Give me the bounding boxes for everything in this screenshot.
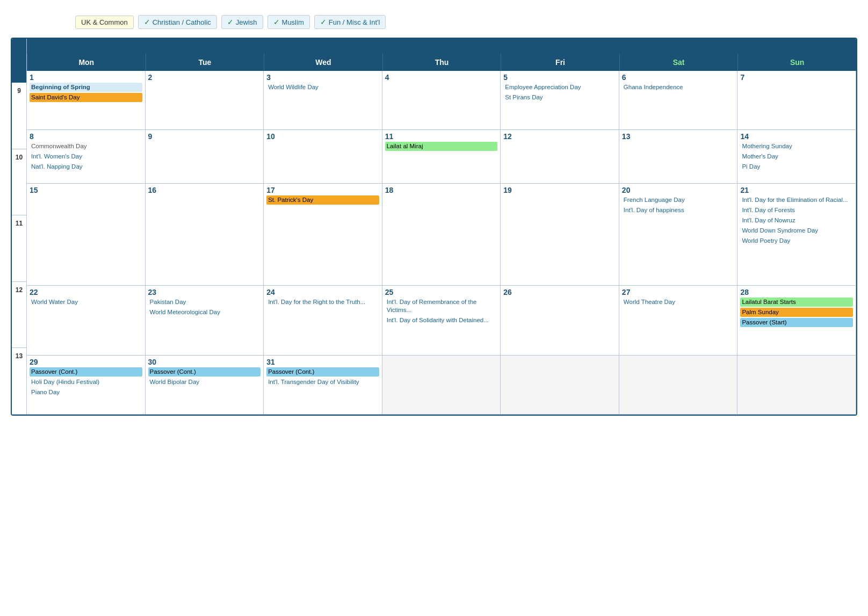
day-cell-26: 26: [501, 286, 619, 356]
day-number: 25: [385, 288, 498, 296]
day-cell-7: 7: [737, 71, 856, 130]
week-number-10: 10: [12, 149, 26, 216]
day-cell-empty: [382, 356, 501, 415]
day-header-sat: Sat: [619, 54, 738, 71]
week-number-9: 9: [12, 83, 26, 149]
filter-jewish[interactable]: ✓Jewish: [221, 15, 263, 29]
event: St Pirans Day: [503, 93, 616, 102]
week-row-10: 8Commonwealth DayInt'l. Women's DayNat'l…: [27, 130, 856, 184]
event: Int'l. Transgender Day of Visibility: [266, 378, 379, 387]
day-cell-30: 30Passover (Cont.)World Bipolar Day: [146, 356, 264, 415]
day-header-tue: Tue: [146, 54, 264, 71]
event: Holi Day (Hindu Festival): [30, 378, 142, 387]
day-number: 18: [385, 186, 498, 194]
week-row-11: 151617St. Patrick's Day181920French Lang…: [27, 184, 856, 286]
event: Passover (Cont.): [266, 367, 379, 376]
day-number: 14: [740, 132, 853, 141]
filter-uk[interactable]: UK & Common: [75, 16, 134, 29]
event: Saint David's Day: [30, 93, 142, 102]
day-header-fri: Fri: [501, 54, 619, 71]
day-cell-27: 27World Theatre Day: [619, 286, 738, 356]
event: Int'l. Day of Nowruz: [740, 216, 853, 225]
filter-bar: UK & Common✓Christian / Catholic✓Jewish✓…: [75, 15, 857, 29]
day-cell-3: 3World Wildlife Day: [264, 71, 382, 130]
day-headers-row: MonTueWedThuFriSatSun: [27, 54, 856, 71]
day-header-sun: Sun: [737, 54, 856, 71]
event: World Meteorological Day: [148, 308, 261, 317]
event: Commonwealth Day: [30, 142, 142, 151]
event: Employee Appreciation Day: [503, 83, 616, 92]
event: Lailat al Miraj: [385, 142, 498, 151]
event: Int'l. Day for the Elimination of Racial…: [740, 195, 853, 205]
event: World Poetry Day: [740, 236, 853, 245]
event: Passover (Cont.): [30, 367, 142, 376]
event: Palm Sunday: [740, 308, 853, 317]
day-number: 12: [503, 132, 616, 141]
event: Int'l. Women's Day: [30, 152, 142, 161]
day-cell-24: 24Int'l. Day for the Right to the Truth.…: [264, 286, 382, 356]
calendar-wrapper: 910111213 MonTueWedThuFriSatSun 1Beginni…: [11, 38, 857, 416]
day-header-mon: Mon: [27, 54, 146, 71]
filter-fun[interactable]: ✓Fun / Misc & Int'l: [314, 15, 386, 29]
day-number: 23: [148, 288, 261, 296]
day-number: 4: [385, 73, 498, 82]
day-number: 13: [622, 132, 735, 141]
event: World Down Syndrome Day: [740, 226, 853, 235]
day-number: 16: [148, 186, 261, 194]
event: Int'l. Day of Remembrance of the Victims…: [385, 298, 498, 315]
event: Pi Day: [740, 162, 853, 171]
event: World Bipolar Day: [148, 378, 261, 387]
day-header-thu: Thu: [382, 54, 501, 71]
day-cell-9: 9: [146, 130, 264, 184]
day-number: 11: [385, 132, 498, 141]
day-cell-12: 12: [501, 130, 619, 184]
day-number: 19: [503, 186, 616, 194]
day-cell-6: 6Ghana Independence: [619, 71, 738, 130]
calendar-body: 1Beginning of SpringSaint David's Day23W…: [27, 71, 856, 415]
day-cell-empty: [501, 356, 619, 415]
calendar-title: [27, 39, 856, 54]
day-cell-25: 25Int'l. Day of Remembrance of the Victi…: [382, 286, 501, 356]
day-cell-28: 28Lailatul Barat StartsPalm SundayPassov…: [737, 286, 856, 356]
day-cell-1: 1Beginning of SpringSaint David's Day: [27, 71, 146, 130]
event: Mother's Day: [740, 152, 853, 161]
day-cell-15: 15: [27, 184, 146, 286]
day-cell-empty: [737, 356, 856, 415]
day-number: 29: [30, 358, 142, 366]
event: World Water Day: [30, 298, 142, 307]
event: Passover (Cont.): [148, 367, 261, 376]
week-row-13: 29Passover (Cont.)Holi Day (Hindu Festiv…: [27, 356, 856, 415]
event: Pakistan Day: [148, 298, 261, 307]
day-number: 30: [148, 358, 261, 366]
week-number-13: 13: [12, 348, 26, 415]
day-number: 21: [740, 186, 853, 194]
week-number-12: 12: [12, 282, 26, 349]
event: Lailatul Barat Starts: [740, 298, 853, 307]
event: Ghana Independence: [622, 83, 735, 92]
day-number: 7: [740, 73, 853, 82]
event: French Language Day: [622, 195, 735, 205]
day-cell-16: 16: [146, 184, 264, 286]
day-cell-21: 21Int'l. Day for the Elimination of Raci…: [737, 184, 856, 286]
day-number: 1: [30, 73, 142, 82]
day-cell-4: 4: [382, 71, 501, 130]
event: World Theatre Day: [622, 298, 735, 307]
day-cell-10: 10: [264, 130, 382, 184]
day-cell-20: 20French Language DayInt'l. Day of happi…: [619, 184, 738, 286]
event: Int'l. Day of Solidarity with Detained..…: [385, 316, 498, 325]
day-number: 22: [30, 288, 142, 296]
day-number: 28: [740, 288, 853, 296]
day-cell-31: 31Passover (Cont.)Int'l. Transgender Day…: [264, 356, 382, 415]
day-cell-11: 11Lailat al Miraj: [382, 130, 501, 184]
day-number: 26: [503, 288, 616, 296]
day-number: 6: [622, 73, 735, 82]
event: St. Patrick's Day: [266, 195, 379, 205]
week-row-12: 22World Water Day23Pakistan DayWorld Met…: [27, 286, 856, 356]
day-number: 5: [503, 73, 616, 82]
day-number: 3: [266, 73, 379, 82]
day-number: 20: [622, 186, 735, 194]
day-number: 8: [30, 132, 142, 141]
filter-muslim[interactable]: ✓Muslim: [267, 15, 310, 29]
filter-christian[interactable]: ✓Christian / Catholic: [138, 15, 217, 29]
event: World Wildlife Day: [266, 83, 379, 92]
